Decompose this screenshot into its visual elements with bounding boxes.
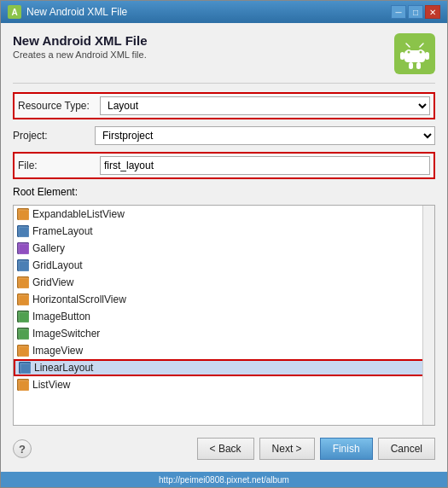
cancel-button[interactable]: Cancel [378,438,435,460]
svg-rect-10 [400,52,404,60]
svg-rect-18 [19,278,29,288]
list-item[interactable]: LinearLayout [14,359,434,376]
svg-rect-12 [409,62,413,69]
button-row: ? < Back Next > Finish Cancel [13,433,435,462]
header-section: New Android XML File Creates a new Andro… [13,33,435,74]
file-row: File: [13,152,435,179]
next-button[interactable]: Next > [259,438,315,460]
widget-icon [17,311,29,322]
list-item-label: ListView [32,379,70,391]
title-bar: A New Android XML File ─ □ ✕ [1,1,447,23]
file-label: File: [18,160,95,171]
svg-rect-13 [416,62,421,69]
footer-bar: http://peimei0808.pixnet.net/album [1,472,447,487]
svg-rect-24 [19,381,29,391]
svg-rect-19 [19,295,29,305]
svg-text:A: A [11,8,17,17]
list-item-label: LinearLayout [34,362,93,374]
list-item-label: ImageSwitcher [32,328,100,340]
list-item-label: ExpandableListView [32,208,125,220]
finish-button[interactable]: Finish [320,438,373,460]
project-control: Firstproject [95,126,435,145]
list-item-label: ImageButton [32,311,90,322]
back-button[interactable]: < Back [197,438,254,460]
root-element-label: Root Element: [13,186,435,198]
view-icon [17,276,29,288]
svg-rect-21 [19,329,29,340]
list-item-label: FrameLayout [32,225,93,237]
gallery-icon [17,242,29,254]
layout-icon [17,225,29,237]
resource-type-row: Resource Type: Layout [13,92,435,119]
svg-rect-17 [19,261,29,271]
svg-rect-15 [19,227,29,237]
list-item-label: GridView [32,276,73,288]
layout-icon [17,259,29,271]
layout-icon [19,362,31,374]
list-item[interactable]: FrameLayout [14,223,434,240]
header-divider [13,83,435,84]
main-window: A New Android XML File ─ □ ✕ New Android… [0,0,448,488]
svg-rect-16 [19,244,29,254]
project-label: Project: [13,130,90,142]
dialog-subtitle: Creates a new Android XML file. [13,49,148,60]
scrollbar[interactable] [422,206,434,425]
resource-type-label: Resource Type: [18,100,95,112]
close-button[interactable]: ✕ [425,5,440,19]
list-item-label: GridLayout [32,259,83,271]
window-controls: ─ □ ✕ [391,5,440,19]
maximize-button[interactable]: □ [408,5,423,19]
android-logo [394,33,435,74]
widget-icon [17,328,29,340]
root-element-list[interactable]: ExpandableListViewFrameLayoutGalleryGrid… [13,205,435,426]
footer-url: http://peimei0808.pixnet.net/album [159,475,289,485]
svg-point-7 [420,51,422,54]
view-icon [17,293,29,305]
resource-type-select[interactable]: Layout [100,96,430,115]
list-item[interactable]: ImageView [14,342,434,359]
svg-rect-20 [19,312,29,322]
header-text: New Android XML File Creates a new Andro… [13,33,148,60]
svg-point-6 [408,51,410,54]
list-item[interactable]: ImageSwitcher [14,325,434,342]
list-item[interactable]: GridLayout [14,257,434,274]
list-item[interactable]: Gallery [14,240,434,257]
list-item-label: HorizontalScrollView [32,293,126,305]
file-input[interactable] [100,156,430,175]
help-button[interactable]: ? [13,439,32,458]
minimize-button[interactable]: ─ [391,5,406,19]
view-icon [17,379,29,391]
view-icon [17,208,29,220]
svg-rect-14 [19,210,29,220]
view-icon [17,345,29,357]
svg-rect-23 [20,363,31,374]
project-select[interactable]: Firstproject [95,126,435,145]
svg-rect-11 [425,52,429,60]
list-item[interactable]: ExpandableListView [14,206,434,223]
list-item[interactable]: ListView [14,376,434,393]
nav-buttons: < Back Next > Finish Cancel [197,438,435,460]
svg-rect-22 [19,346,29,357]
window-title: New Android XML File [26,6,386,18]
list-item[interactable]: HorizontalScrollView [14,291,434,308]
list-item-label: Gallery [32,242,65,254]
list-item[interactable]: ImageButton [14,308,434,325]
project-row: Project: Firstproject [13,126,435,145]
window-icon: A [8,5,21,19]
list-item[interactable]: GridView [14,274,434,291]
dialog-content: New Android XML File Creates a new Andro… [1,23,447,472]
list-item-label: ImageView [32,345,83,357]
dialog-title: New Android XML File [13,33,148,48]
